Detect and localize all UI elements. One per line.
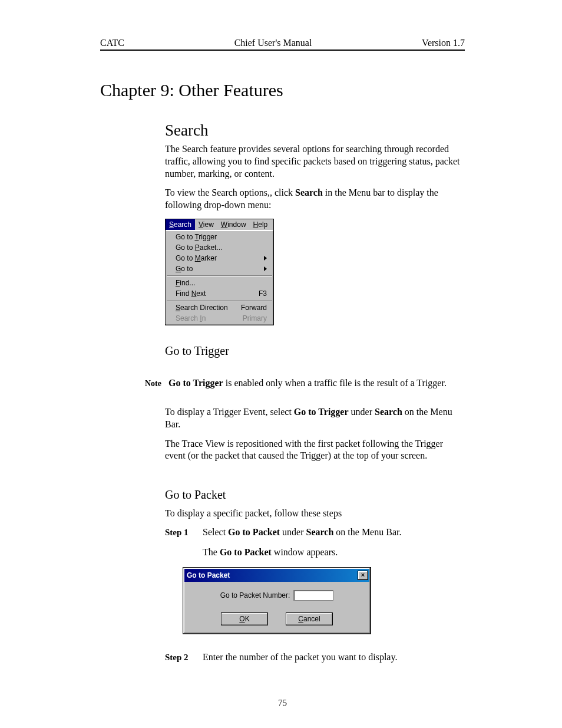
subsection-goto-packet-heading: Go to Packet xyxy=(165,488,465,502)
header-left: CATC xyxy=(100,38,124,48)
note-body: Go to Trigger is enabled only when a tra… xyxy=(168,378,465,388)
submenu-arrow-icon xyxy=(264,266,267,271)
search-paragraph-2: To view the Search options,, click Searc… xyxy=(165,187,465,212)
close-icon: × xyxy=(361,572,365,578)
dropdown: Go to Trigger Go to Packet... Go to Mark… xyxy=(166,230,273,325)
dialog-title: Go to Packet xyxy=(187,571,230,579)
step-1-text: Select Go to Packet under Search on the … xyxy=(203,527,401,538)
header-center: Chief User's Manual xyxy=(234,38,312,48)
subsection-goto-trigger-heading: Go to Trigger xyxy=(165,344,465,358)
search-paragraph-1: The Search feature provides several opti… xyxy=(165,143,465,180)
menu-item-find[interactable]: Find... xyxy=(166,278,273,288)
packet-number-input[interactable] xyxy=(293,590,333,601)
menu-item-find-next[interactable]: Find NextF3 xyxy=(166,288,273,299)
menu-separator xyxy=(167,300,272,301)
goto-trigger-p1: To display a Trigger Event, select Go to… xyxy=(165,406,465,431)
packet-number-label: Go to Packet Number: xyxy=(220,591,290,599)
step-1-row: Step 1 Select Go to Packet under Search … xyxy=(165,527,465,538)
menu-item-goto-packet[interactable]: Go to Packet... xyxy=(166,242,273,253)
menubar-item-view[interactable]: View xyxy=(195,219,217,230)
close-button[interactable]: × xyxy=(358,571,368,580)
menu-item-goto-trigger[interactable]: Go to Trigger xyxy=(166,232,273,242)
goto-trigger-p2: The Trace View is repositioned with the … xyxy=(165,438,465,463)
step-2-label: Step 2 xyxy=(165,653,194,663)
note-label: Note xyxy=(100,379,165,388)
dialog-titlebar: Go to Packet × xyxy=(184,569,369,582)
page-number: 75 xyxy=(100,698,465,708)
note-row: Note Go to Trigger is enabled only when … xyxy=(100,378,465,388)
cancel-button[interactable]: Cancel xyxy=(286,612,333,625)
step-2-text: Enter the number of the packet you want … xyxy=(203,652,397,663)
step-2-row: Step 2 Enter the number of the packet yo… xyxy=(165,652,465,663)
menu-separator xyxy=(167,275,272,276)
header-right: Version 1.7 xyxy=(422,38,465,48)
menubar-item-help[interactable]: Help xyxy=(250,219,272,230)
section-search-heading: Search xyxy=(165,121,465,140)
shortcut-label: F3 xyxy=(259,289,267,298)
menu-item-search-direction[interactable]: Search DirectionForward xyxy=(166,302,273,313)
chapter-title: Chapter 9: Other Features xyxy=(100,80,465,100)
search-in-value: Primary xyxy=(243,314,267,322)
menubar: Search View Window Help xyxy=(166,219,273,230)
submenu-arrow-icon xyxy=(264,256,267,261)
ok-button[interactable]: OK xyxy=(221,612,268,625)
menu-item-goto-marker[interactable]: Go to Marker xyxy=(166,253,273,263)
search-menu-screenshot: Search View Window Help Go to Trigger Go… xyxy=(165,219,274,325)
menu-item-search-in: Search InPrimary xyxy=(166,313,273,324)
step-1-label: Step 1 xyxy=(165,528,194,538)
menubar-item-window[interactable]: Window xyxy=(217,219,250,230)
goto-packet-dialog: Go to Packet × Go to Packet Number: OK C… xyxy=(183,567,371,634)
menu-item-goto[interactable]: Go to xyxy=(166,263,273,274)
menubar-item-search[interactable]: Search xyxy=(166,219,195,230)
search-direction-value: Forward xyxy=(241,304,267,312)
running-header: CATC Chief User's Manual Version 1.7 xyxy=(100,38,465,51)
step-1-followup: The Go to Packet window appears. xyxy=(203,547,465,558)
goto-packet-intro: To display a specific packet, follow the… xyxy=(165,508,465,520)
